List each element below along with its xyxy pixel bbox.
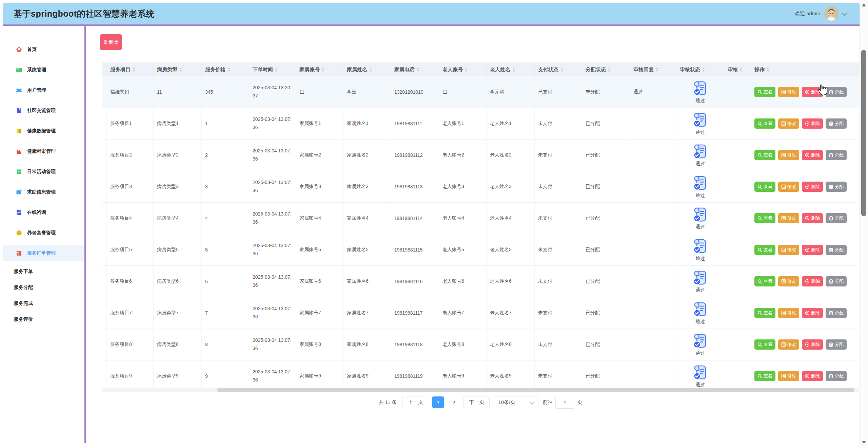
sort-caret-icon[interactable] bbox=[228, 68, 230, 72]
sort-caret-icon[interactable] bbox=[369, 68, 372, 72]
sort-caret-icon[interactable] bbox=[656, 68, 658, 72]
delete-button[interactable]: 删除 bbox=[802, 87, 823, 97]
table-row[interactable]: 服务项目3 病房类型3 3 2025-03-04 13:07:36 家属账号3 … bbox=[102, 171, 859, 203]
table-row[interactable]: 福娃恶妇 11 345 2025-03-04 13:20:37 11 李玉 13… bbox=[102, 76, 859, 108]
sort-caret-icon[interactable] bbox=[702, 68, 705, 72]
delete-button[interactable]: 删除 bbox=[802, 276, 823, 286]
sidebar-item-health-archive[interactable]: 健康档案管理 bbox=[3, 141, 84, 162]
goto-page-input[interactable] bbox=[555, 396, 574, 409]
horizontal-scrollbar[interactable] bbox=[102, 388, 859, 392]
col-audit-status[interactable]: 审核状态 bbox=[676, 63, 724, 76]
col-audit[interactable]: 审核 bbox=[724, 63, 751, 76]
table-row[interactable]: 服务项目1 病房类型1 1 2025-03-04 13:07:36 家属账号1 … bbox=[102, 108, 859, 140]
view-button[interactable]: 查看 bbox=[754, 182, 775, 192]
edit-button[interactable]: 修改 bbox=[778, 213, 799, 223]
sidebar-item-health-data[interactable]: 健康数据管理 bbox=[3, 121, 84, 141]
sidebar-subitem-service-order[interactable]: 服务下单 bbox=[3, 263, 84, 279]
sidebar-item-home[interactable]: 首页 bbox=[3, 39, 84, 60]
edit-button[interactable]: 修改 bbox=[778, 118, 799, 129]
edit-button[interactable]: 修改 bbox=[778, 87, 799, 97]
assign-button[interactable]: 分配 bbox=[826, 339, 847, 350]
vertical-scrollbar[interactable] bbox=[860, 0, 868, 446]
vertical-scrollbar-thumb[interactable] bbox=[861, 50, 866, 216]
assign-button[interactable]: 分配 bbox=[826, 276, 847, 286]
col-elder-account[interactable]: 老人账号 bbox=[439, 63, 487, 76]
table-row[interactable]: 服务项目4 病房类型4 4 2025-03-04 13:07:36 家属账号4 … bbox=[102, 203, 859, 234]
edit-button[interactable]: 修改 bbox=[778, 276, 799, 286]
edit-button[interactable]: 修改 bbox=[778, 339, 799, 350]
sidebar-item-consult[interactable]: 在线咨询 bbox=[3, 202, 84, 223]
delete-button[interactable]: 删除 bbox=[802, 213, 823, 223]
delete-button[interactable]: 删除 bbox=[802, 245, 823, 255]
view-button[interactable]: 查看 bbox=[754, 276, 775, 286]
sidebar-item-help-info[interactable]: 求助信息管理 bbox=[3, 182, 84, 202]
delete-button[interactable]: 删除 bbox=[802, 150, 823, 160]
sidebar-item-system[interactable]: 系统管理 bbox=[3, 60, 84, 80]
col-price[interactable]: 服务价格 bbox=[202, 63, 249, 76]
view-button[interactable]: 查看 bbox=[754, 213, 775, 223]
next-page-button[interactable]: 下一页 bbox=[463, 396, 490, 408]
view-button[interactable]: 查看 bbox=[754, 371, 775, 381]
assign-button[interactable]: 分配 bbox=[826, 182, 847, 192]
sort-caret-icon[interactable] bbox=[417, 68, 419, 72]
col-family-phone[interactable]: 家属电话 bbox=[391, 63, 439, 76]
sort-caret-icon[interactable] bbox=[275, 68, 278, 72]
col-actions[interactable]: 操作 bbox=[751, 63, 858, 76]
view-button[interactable]: 查看 bbox=[754, 339, 775, 350]
scroll-up-arrow-icon[interactable] bbox=[862, 3, 866, 6]
table-row[interactable]: 服务项目2 病房类型2 2 2025-03-04 13:07:36 家属账号2 … bbox=[102, 140, 859, 171]
assign-button[interactable]: 分配 bbox=[826, 118, 847, 129]
chevron-down-icon[interactable] bbox=[842, 10, 847, 16]
sidebar-item-users[interactable]: 用户管理 bbox=[3, 80, 84, 100]
edit-button[interactable]: 修改 bbox=[778, 308, 799, 318]
sort-caret-icon[interactable] bbox=[512, 68, 515, 72]
col-family-account[interactable]: 家属账号 bbox=[296, 63, 343, 76]
prev-page-button[interactable]: 上一页 bbox=[402, 396, 428, 408]
scroll-down-arrow-icon[interactable] bbox=[862, 441, 866, 444]
edit-button[interactable]: 修改 bbox=[778, 182, 799, 192]
sidebar-item-community[interactable]: 社区交流管理 bbox=[3, 100, 84, 121]
delete-button[interactable]: 删除 bbox=[802, 118, 823, 129]
delete-button[interactable]: 删除 bbox=[802, 182, 823, 192]
sort-caret-icon[interactable] bbox=[767, 68, 769, 72]
col-family-name[interactable]: 家属姓名 bbox=[343, 63, 391, 76]
table-row[interactable]: 服务项目7 病房类型7 7 2025-03-04 13:07:36 家属账号7 … bbox=[102, 297, 859, 329]
assign-button[interactable]: 分配 bbox=[826, 371, 847, 381]
batch-delete-button[interactable]: ⊗删除 bbox=[100, 34, 122, 50]
table-row[interactable]: 服务项目6 病房类型6 6 2025-03-04 13:07:36 家属账号6 … bbox=[102, 266, 859, 297]
page-number-2[interactable]: 2 bbox=[448, 396, 459, 408]
edit-button[interactable]: 修改 bbox=[778, 371, 799, 381]
col-elder-name[interactable]: 老人姓名 bbox=[487, 63, 535, 76]
delete-button[interactable]: 删除 bbox=[802, 371, 823, 381]
assign-button[interactable]: 分配 bbox=[826, 308, 847, 318]
sort-caret-icon[interactable] bbox=[133, 68, 135, 72]
view-button[interactable]: 查看 bbox=[754, 118, 775, 129]
sidebar-subitem-service-complete[interactable]: 服务完成 bbox=[3, 295, 84, 311]
delete-button[interactable]: 删除 bbox=[802, 339, 823, 350]
user-avatar[interactable] bbox=[824, 6, 839, 21]
sidebar-item-activity[interactable]: 日常活动管理 bbox=[3, 162, 84, 182]
col-pay-status[interactable]: 支付状态 bbox=[535, 63, 582, 76]
col-ward-type[interactable]: 病房类型 bbox=[154, 63, 202, 76]
assign-button[interactable]: 分配 bbox=[826, 245, 847, 255]
page-size-select[interactable]: 10条/页 bbox=[494, 396, 538, 408]
sort-caret-icon[interactable] bbox=[465, 68, 468, 72]
edit-button[interactable]: 修改 bbox=[778, 245, 799, 255]
sort-caret-icon[interactable] bbox=[560, 68, 563, 72]
sort-caret-icon[interactable] bbox=[740, 68, 743, 72]
edit-button[interactable]: 修改 bbox=[778, 150, 799, 160]
col-order-time[interactable]: 下单时间 bbox=[249, 63, 296, 76]
delete-button[interactable]: 删除 bbox=[802, 308, 823, 318]
sidebar-item-service-orders[interactable]: 服务订单管理 bbox=[3, 245, 84, 261]
sort-caret-icon[interactable] bbox=[322, 68, 324, 72]
sidebar-item-package[interactable]: 养老套餐管理 bbox=[3, 223, 84, 243]
col-assign-status[interactable]: 分配状态 bbox=[582, 63, 630, 76]
view-button[interactable]: 查看 bbox=[754, 87, 775, 97]
view-button[interactable]: 查看 bbox=[754, 150, 775, 160]
assign-button[interactable]: 分配 bbox=[826, 87, 847, 97]
horizontal-scrollbar-thumb[interactable] bbox=[217, 388, 854, 392]
assign-button[interactable]: 分配 bbox=[826, 150, 847, 160]
page-number-1[interactable]: 1 bbox=[432, 396, 444, 408]
table-row[interactable]: 服务项目5 病房类型5 5 2025-03-04 13:07:36 家属账号5 … bbox=[102, 234, 859, 266]
view-button[interactable]: 查看 bbox=[754, 245, 775, 255]
